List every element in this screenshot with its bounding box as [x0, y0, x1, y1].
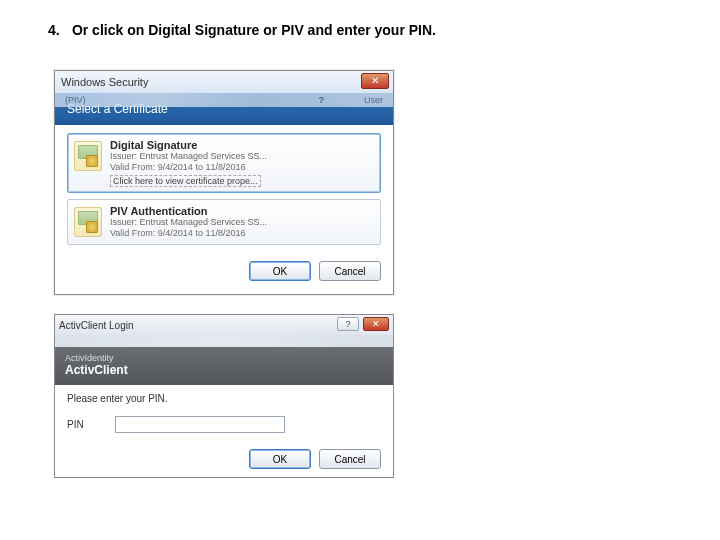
certificate-details: Digital Signature Issuer: Entrust Manage…: [110, 139, 267, 187]
smartcard-icon: [74, 207, 102, 237]
certificate-name: PIV Authentication: [110, 205, 267, 217]
cancel-button[interactable]: Cancel: [319, 449, 381, 469]
certificate-validity: Valid From: 9/4/2014 to 11/8/2016: [110, 228, 267, 239]
windows-security-dialog: Windows Security ✕ (PIV) ? User Select a…: [54, 70, 394, 295]
close-icon: ✕: [371, 76, 379, 86]
pin-row: PIN: [67, 416, 381, 433]
certificate-issuer: Issuer: Entrust Managed Services SS...: [110, 217, 267, 228]
titlebar[interactable]: Windows Security ✕: [55, 71, 393, 93]
certificate-details: PIV Authentication Issuer: Entrust Manag…: [110, 205, 267, 240]
pin-label: PIN: [67, 419, 97, 430]
dialog-buttons: OK Cancel: [55, 441, 393, 477]
dialog-body: Please enter your PIN. PIN: [55, 385, 393, 441]
help-icon: ?: [345, 319, 350, 329]
activclient-login-dialog: ActivClient Login ? ✕ ActivIdentity Acti…: [54, 314, 394, 478]
certificate-piv-authentication[interactable]: PIV Authentication Issuer: Entrust Manag…: [67, 199, 381, 246]
blurred-background-strip: [55, 335, 393, 347]
certificate-list: Digital Signature Issuer: Entrust Manage…: [55, 125, 393, 255]
brand-name: ActivClient: [65, 363, 383, 377]
ok-button[interactable]: OK: [249, 449, 311, 469]
brand-banner: ActivIdentity ActivClient: [55, 347, 393, 385]
ok-button[interactable]: OK: [249, 261, 311, 281]
titlebar[interactable]: ActivClient Login ? ✕: [55, 315, 393, 335]
close-button[interactable]: ✕: [361, 73, 389, 89]
blurred-background-strip: (PIV) ? User: [55, 93, 393, 107]
certificate-issuer: Issuer: Entrust Managed Services SS...: [110, 151, 267, 162]
certificate-digital-signature[interactable]: Digital Signature Issuer: Entrust Manage…: [67, 133, 381, 193]
pin-input[interactable]: [115, 416, 285, 433]
view-properties-link[interactable]: Click here to view certificate prope...: [110, 175, 261, 187]
dialog-buttons: OK Cancel: [55, 255, 393, 291]
smartcard-icon: [74, 141, 102, 171]
certificate-name: Digital Signature: [110, 139, 267, 151]
help-button[interactable]: ?: [337, 317, 359, 331]
instruction-line: 4. Or click on Digital Signature or PIV …: [48, 22, 436, 38]
instruction-number: 4.: [48, 22, 68, 38]
cancel-button[interactable]: Cancel: [319, 261, 381, 281]
dialog-title: Windows Security: [61, 76, 148, 88]
close-icon: ✕: [372, 319, 380, 329]
close-button[interactable]: ✕: [363, 317, 389, 331]
dialog-title: ActivClient Login: [59, 320, 133, 331]
instruction-text: Or click on Digital Signature or PIV and…: [72, 22, 436, 38]
certificate-validity: Valid From: 9/4/2014 to 11/8/2016: [110, 162, 267, 173]
brand-subtitle: ActivIdentity: [65, 353, 383, 363]
pin-prompt: Please enter your PIN.: [67, 393, 381, 404]
